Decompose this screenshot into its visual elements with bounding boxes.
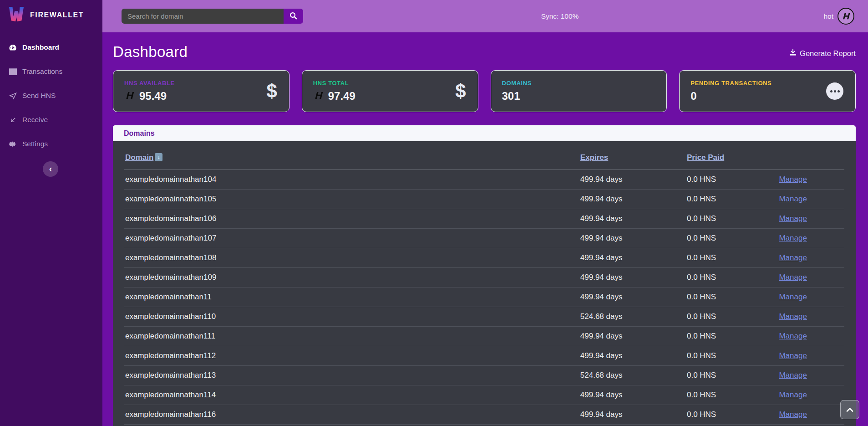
sidebar-item-settings[interactable]: Settings <box>0 139 102 149</box>
table-row: exampledomainnathan106 499.94 days 0.0 H… <box>124 209 844 229</box>
sidebar-item-label: Dashboard <box>22 43 59 51</box>
handshake-logo-icon[interactable] <box>838 8 854 25</box>
table-row: exampledomainnathan110 524.68 days 0.0 H… <box>124 307 844 327</box>
manage-link[interactable]: Manage <box>779 293 807 301</box>
card-value: 301 <box>502 90 520 103</box>
gauge-icon <box>8 44 17 51</box>
manage-link[interactable]: Manage <box>779 332 807 340</box>
domain-search <box>122 9 303 24</box>
sidebar-collapse-button[interactable]: ‹ <box>43 161 58 177</box>
manage-link[interactable]: Manage <box>779 253 807 262</box>
price-cell: 0.0 HNS <box>686 385 778 405</box>
sort-by-price-link[interactable]: Price Paid <box>687 153 724 162</box>
price-cell: 0.0 HNS <box>686 190 778 209</box>
hns-logo-icon <box>124 92 135 101</box>
sync-status: Sync: 100% <box>541 12 579 21</box>
generate-report-button[interactable]: Generate Report <box>789 49 856 58</box>
gear-icon <box>8 140 17 148</box>
manage-link[interactable]: Manage <box>779 312 807 321</box>
expires-cell: 499.94 days <box>579 425 686 426</box>
card-value: 0 <box>690 90 696 103</box>
dollar-sign-icon: $ <box>455 80 466 102</box>
table-row: exampledomainnathan117 499.94 days 0.0 H… <box>124 425 844 426</box>
domain-cell: exampledomainnathan112 <box>124 346 579 366</box>
domain-cell: exampledomainnathan117 <box>124 425 579 426</box>
sort-desc-icon: ↓ <box>155 153 162 161</box>
paper-plane-icon <box>8 92 17 99</box>
price-cell: 0.0 HNS <box>686 268 778 287</box>
manage-link[interactable]: Manage <box>779 234 807 242</box>
scroll-to-top-button[interactable] <box>840 400 859 419</box>
sidebar-item-label: Receive <box>22 116 48 124</box>
table-row: exampledomainnathan104 499.94 days 0.0 H… <box>124 170 844 190</box>
search-input[interactable] <box>122 9 284 24</box>
topbar: Sync: 100% hot <box>102 0 868 32</box>
manage-link[interactable]: Manage <box>779 214 807 223</box>
domain-cell: exampledomainnathan11 <box>124 287 579 307</box>
ellipsis-icon[interactable] <box>826 82 843 100</box>
sort-by-expires-link[interactable]: Expires <box>580 153 608 162</box>
expires-cell: 499.94 days <box>579 385 686 405</box>
domains-panel-title: Domains <box>124 129 155 138</box>
card-hns-total: HNS TOTAL 97.49 $ <box>302 70 478 112</box>
card-value: 97.49 <box>328 90 355 103</box>
wallet-area: hot <box>823 0 854 32</box>
brand[interactable]: FIREWALLET <box>0 0 102 24</box>
manage-link[interactable]: Manage <box>779 410 807 419</box>
column-header-domain: Domain↓ <box>124 148 579 170</box>
card-domains: DOMAINS 301 <box>491 70 667 112</box>
domains-panel: Domains Domain↓ Expires Pri <box>113 125 856 426</box>
domain-cell: exampledomainnathan116 <box>124 405 579 425</box>
sidebar-item-label: Transactions <box>22 67 62 76</box>
domains-table-body: exampledomainnathan104 499.94 days 0.0 H… <box>124 170 844 426</box>
expires-cell: 499.94 days <box>579 327 686 346</box>
expires-cell: 499.94 days <box>579 170 686 190</box>
table-row: exampledomainnathan112 499.94 days 0.0 H… <box>124 346 844 366</box>
sidebar-item-receive[interactable]: Receive <box>0 115 102 125</box>
price-cell: 0.0 HNS <box>686 366 778 385</box>
wallet-name: hot <box>823 12 833 21</box>
card-label: HNS TOTAL <box>313 80 355 87</box>
firewallet-w-logo-icon <box>8 6 25 24</box>
chevron-left-icon: ‹ <box>49 164 52 173</box>
card-label: DOMAINS <box>502 80 532 87</box>
search-button[interactable] <box>284 9 303 24</box>
main-content: Dashboard Generate Report HNS AVAILABLE <box>102 32 868 426</box>
manage-link[interactable]: Manage <box>779 175 807 184</box>
sidebar-item-send-hns[interactable]: Send HNS <box>0 91 102 101</box>
expires-cell: 499.94 days <box>579 268 686 287</box>
domain-cell: exampledomainnathan111 <box>124 327 579 346</box>
table-row: exampledomainnathan113 524.68 days 0.0 H… <box>124 366 844 385</box>
manage-link[interactable]: Manage <box>779 390 807 399</box>
domain-cell: exampledomainnathan114 <box>124 385 579 405</box>
domain-cell: exampledomainnathan108 <box>124 248 579 268</box>
table-row: exampledomainnathan111 499.94 days 0.0 H… <box>124 327 844 346</box>
manage-link[interactable]: Manage <box>779 273 807 282</box>
brand-name: FIREWALLET <box>30 11 84 19</box>
manage-link[interactable]: Manage <box>779 371 807 380</box>
price-cell: 0.0 HNS <box>686 248 778 268</box>
sidebar-item-transactions[interactable]: Transactions <box>0 67 102 77</box>
table-row: exampledomainnathan108 499.94 days 0.0 H… <box>124 248 844 268</box>
dollar-sign-icon: $ <box>266 80 277 102</box>
table-row: exampledomainnathan107 499.94 days 0.0 H… <box>124 229 844 248</box>
table-row: exampledomainnathan114 499.94 days 0.0 H… <box>124 385 844 405</box>
sidebar-item-dashboard[interactable]: Dashboard <box>0 42 102 52</box>
domains-panel-header: Domains <box>113 125 856 141</box>
table-row: exampledomainnathan109 499.94 days 0.0 H… <box>124 268 844 287</box>
domain-cell: exampledomainnathan113 <box>124 366 579 385</box>
domain-cell: exampledomainnathan106 <box>124 209 579 229</box>
expires-cell: 499.94 days <box>579 287 686 307</box>
domains-table: Domain↓ Expires Price Paid exampledomain… <box>124 148 844 426</box>
generate-report-label: Generate Report <box>800 49 856 58</box>
sidebar-nav: Dashboard Transactions Send HNS <box>0 42 102 149</box>
manage-link[interactable]: Manage <box>779 351 807 360</box>
expires-cell: 524.68 days <box>579 366 686 385</box>
sort-by-domain-link[interactable]: Domain <box>125 153 153 162</box>
manage-link[interactable]: Manage <box>779 195 807 203</box>
page-title: Dashboard <box>113 43 188 61</box>
expires-cell: 499.94 days <box>579 209 686 229</box>
table-icon <box>8 68 17 75</box>
search-icon <box>289 12 297 21</box>
sidebar-item-label: Settings <box>22 140 48 148</box>
